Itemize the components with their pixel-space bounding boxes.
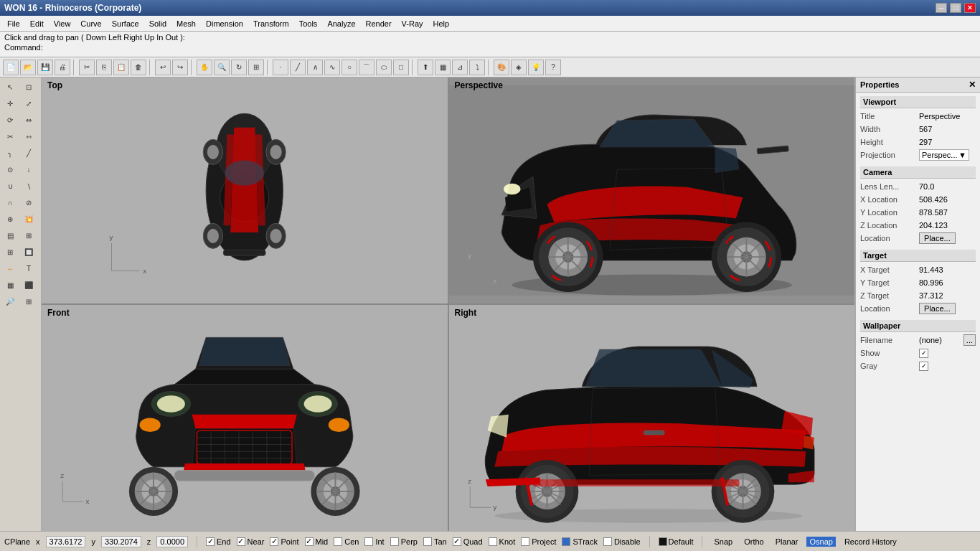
- menu-tools[interactable]: Tools: [295, 18, 322, 29]
- tb-line[interactable]: ╱: [290, 60, 306, 75]
- end-checkbox[interactable]: ✓: [206, 537, 215, 546]
- target-place-button[interactable]: Place...: [919, 303, 956, 314]
- sb-scale[interactable]: ⤢: [20, 95, 37, 111]
- tb-render[interactable]: 🎨: [494, 60, 509, 75]
- menu-transform[interactable]: Transform: [249, 18, 293, 29]
- strack-checkbox[interactable]: [562, 537, 570, 546]
- menu-help[interactable]: Help: [429, 18, 454, 29]
- tb-curve[interactable]: ∿: [324, 60, 340, 75]
- sb-dim[interactable]: ↔: [1, 260, 19, 276]
- sb-mirror[interactable]: ⇔: [20, 112, 37, 128]
- point-checkbox[interactable]: ✓: [270, 537, 278, 546]
- sb-fillet[interactable]: ╮: [1, 145, 19, 161]
- planar-toggle[interactable]: Planar: [773, 537, 801, 547]
- menu-curve[interactable]: Curve: [76, 18, 105, 29]
- viewport-top[interactable]: Top: [42, 77, 448, 303]
- menu-edit[interactable]: Edit: [26, 18, 48, 29]
- default-label[interactable]: Default: [669, 537, 694, 546]
- tb-polyline[interactable]: ∧: [307, 60, 323, 75]
- tb-surface[interactable]: ▦: [435, 60, 451, 75]
- tb-undo[interactable]: ↩: [155, 60, 171, 75]
- tan-checkbox[interactable]: [423, 537, 432, 546]
- perp-checkbox[interactable]: [390, 537, 399, 546]
- sb-analyze[interactable]: 🔎: [1, 293, 19, 309]
- sb-extend[interactable]: ⇿: [20, 128, 37, 144]
- cen-checkbox[interactable]: [334, 537, 342, 546]
- sb-boolean-union[interactable]: ∪: [1, 178, 19, 194]
- tb-extrude[interactable]: ⬆: [418, 60, 433, 75]
- sb-select[interactable]: ↖: [1, 79, 19, 95]
- tb-help[interactable]: ?: [545, 60, 561, 75]
- project-checkbox[interactable]: [521, 537, 529, 546]
- sb-grid[interactable]: ⊞: [1, 244, 19, 260]
- place-button[interactable]: Place...: [919, 232, 956, 244]
- menu-file[interactable]: File: [3, 18, 24, 29]
- disable-checkbox[interactable]: [603, 537, 612, 546]
- tb-redo[interactable]: ↪: [172, 60, 188, 75]
- menu-mesh[interactable]: Mesh: [172, 18, 200, 29]
- sb-boolean-int[interactable]: ∩: [1, 194, 19, 210]
- tb-material[interactable]: ◈: [511, 60, 527, 75]
- sb-hatch[interactable]: ▦: [1, 277, 19, 293]
- tb-zoomext[interactable]: ⊞: [248, 60, 264, 75]
- tb-open[interactable]: 📂: [20, 60, 36, 75]
- tb-revolve[interactable]: ⤵: [469, 60, 485, 75]
- sb-snap[interactable]: 🔲: [20, 244, 37, 260]
- tb-copy[interactable]: ⎘: [96, 60, 112, 75]
- tb-rect[interactable]: □: [393, 60, 409, 75]
- gray-checkbox[interactable]: ✓: [919, 362, 928, 371]
- menu-vray[interactable]: V-Ray: [397, 18, 428, 29]
- int-checkbox[interactable]: [364, 537, 373, 546]
- browse-button[interactable]: ...: [963, 334, 976, 346]
- tb-point[interactable]: ·: [273, 60, 288, 75]
- menu-surface[interactable]: Surface: [108, 18, 143, 29]
- sb-join[interactable]: ⊕: [1, 211, 19, 227]
- viewport-right[interactable]: Right: [449, 305, 855, 531]
- mid-checkbox[interactable]: ✓: [305, 537, 314, 546]
- sb-block[interactable]: ⬛: [20, 277, 37, 293]
- sb-rotate[interactable]: ⟳: [1, 112, 19, 128]
- osnap-toggle[interactable]: Osnap: [806, 537, 835, 547]
- tb-paste[interactable]: 📋: [113, 60, 129, 75]
- sb-trim[interactable]: ✂: [1, 128, 19, 144]
- tb-save[interactable]: 💾: [37, 60, 53, 75]
- ortho-toggle[interactable]: Ortho: [741, 537, 767, 547]
- near-checkbox[interactable]: ✓: [237, 537, 245, 546]
- close-button[interactable]: ✕: [964, 3, 976, 13]
- tb-new[interactable]: 📄: [3, 60, 19, 75]
- viewport-perspective[interactable]: Perspective: [449, 77, 855, 303]
- tb-loft[interactable]: ⊿: [452, 60, 468, 75]
- sb-cage[interactable]: ⊞: [20, 293, 37, 309]
- tb-zoom[interactable]: 🔍: [214, 60, 230, 75]
- tb-ellipse[interactable]: ⬭: [376, 60, 392, 75]
- sb-chamfer[interactable]: ╱: [20, 145, 37, 161]
- tb-rotate[interactable]: ↻: [231, 60, 247, 75]
- sb-move[interactable]: ✛: [1, 95, 19, 111]
- sb-boolean-diff[interactable]: ∖: [20, 178, 37, 194]
- tb-arc[interactable]: ⌒: [359, 60, 374, 75]
- tb-print[interactable]: 🖨: [55, 60, 70, 75]
- sb-properties[interactable]: ⊞: [20, 227, 37, 243]
- menu-solid[interactable]: Solid: [145, 18, 171, 29]
- snap-toggle[interactable]: Snap: [711, 537, 735, 547]
- sb-project[interactable]: ↓: [20, 161, 37, 177]
- minimize-button[interactable]: ─: [936, 3, 947, 13]
- tb-delete[interactable]: 🗑: [131, 60, 146, 75]
- sb-text[interactable]: T: [20, 260, 37, 276]
- sb-layer[interactable]: ▤: [1, 227, 19, 243]
- menu-analyze[interactable]: Analyze: [323, 18, 359, 29]
- maximize-button[interactable]: □: [950, 3, 961, 13]
- show-checkbox[interactable]: ✓: [919, 349, 928, 358]
- projection-dropdown[interactable]: Perspec... ▼: [919, 149, 969, 161]
- sb-select-window[interactable]: ⊡: [20, 79, 37, 95]
- record-history-toggle[interactable]: Record History: [842, 537, 900, 547]
- knot-checkbox[interactable]: [489, 537, 497, 546]
- menu-render[interactable]: Render: [362, 18, 396, 29]
- viewport-front[interactable]: Front: [42, 305, 448, 531]
- tb-light[interactable]: 💡: [528, 60, 544, 75]
- sb-explode[interactable]: 💥: [20, 211, 37, 227]
- sb-split[interactable]: ⊘: [20, 194, 37, 210]
- sb-offset[interactable]: ⊙: [1, 161, 19, 177]
- tb-cut[interactable]: ✂: [79, 60, 95, 75]
- tb-pan[interactable]: ✋: [197, 60, 212, 75]
